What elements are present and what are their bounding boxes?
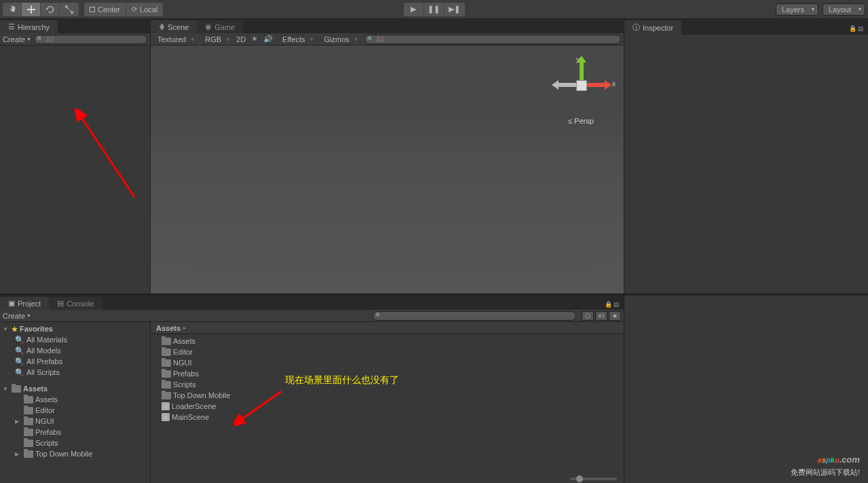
folder-item[interactable]: Top Down Mobile — [151, 390, 624, 401]
project-icon: ▣ — [8, 299, 15, 308]
scene-icon: ⋕ — [159, 22, 165, 31]
hierarchy-search[interactable] — [34, 35, 147, 44]
star-icon[interactable]: ★ — [609, 311, 621, 321]
layers-dropdown[interactable]: Layers — [776, 3, 818, 16]
search-icon: 🔍 — [15, 336, 24, 344]
project-panel: ▣Project ▤Console 🔒▤ Create ▼ ⬡ 🏷 ★ ▼★Fa… — [0, 296, 624, 483]
inspector-panel: ⓘInspector 🔒▤ — [624, 19, 868, 293]
folder-item[interactable]: Assets — [151, 336, 624, 346]
effects-dropdown[interactable]: Effects — [278, 35, 314, 44]
folder-icon — [162, 370, 171, 378]
transform-tools — [3, 3, 79, 16]
scene-item[interactable]: ◈MainScene — [151, 412, 624, 423]
scene-search[interactable] — [364, 35, 621, 44]
render-mode[interactable]: RGB — [201, 35, 231, 44]
search-icon: 🔍 — [15, 368, 24, 377]
watermark: aspku.com 免费网站源码下载站! — [791, 446, 860, 478]
info-icon: ⓘ — [633, 22, 640, 33]
folder-item[interactable]: Editor — [151, 346, 624, 357]
console-icon: ▤ — [57, 299, 64, 308]
unity-scene-icon: ◈ — [162, 402, 170, 410]
project-search[interactable] — [373, 311, 576, 321]
folder-item[interactable]: Prefabs — [151, 368, 624, 379]
assets-header[interactable]: ▼Assets — [0, 383, 150, 394]
hierarchy-tab[interactable]: ☰Hierarchy — [0, 20, 58, 33]
shading-mode[interactable]: Textured — [153, 35, 195, 44]
folder-icon — [162, 338, 171, 345]
folder-item[interactable]: Assets — [0, 394, 150, 405]
unity-scene-icon: ◈ — [162, 413, 170, 421]
folder-icon — [162, 359, 171, 367]
light-icon[interactable]: ☀ — [251, 35, 258, 43]
pause-button[interactable]: ❚❚ — [424, 3, 445, 16]
favorite-item[interactable]: 🔍All Prefabs — [0, 356, 150, 367]
folder-icon — [24, 450, 33, 458]
orientation-gizmo[interactable]: y x ≤ Persp — [556, 56, 610, 130]
asset-list[interactable]: AssetsEditorNGUIPrefabsScriptsTop Down M… — [151, 334, 624, 483]
scene-viewport[interactable]: y x ≤ Persp — [151, 46, 624, 293]
project-create[interactable]: Create ▼ — [3, 312, 31, 320]
menu-icon[interactable]: ▤ — [858, 25, 864, 32]
hierarchy-content[interactable] — [0, 46, 150, 293]
folder-icon — [162, 381, 171, 389]
scale-tool[interactable] — [60, 3, 79, 16]
folder-item[interactable]: Editor — [0, 405, 150, 416]
folder-item[interactable]: ▶Top Down Mobile — [0, 448, 150, 459]
folder-icon — [12, 385, 21, 393]
audio-icon[interactable]: 🔊 — [263, 35, 273, 43]
folder-icon — [24, 396, 33, 404]
folder-icon — [24, 429, 33, 436]
pivot-local[interactable]: ⟳Local — [126, 3, 163, 16]
pivot-center[interactable]: Center — [84, 3, 126, 16]
folder-item[interactable]: Scripts — [151, 379, 624, 390]
favorite-item[interactable]: 🔍All Models — [0, 345, 150, 356]
inspector-tab[interactable]: ⓘInspector — [624, 20, 681, 35]
folder-icon — [162, 348, 171, 356]
hand-tool[interactable] — [3, 3, 22, 16]
gizmos-dropdown[interactable]: Gizmos — [320, 35, 359, 44]
pivot-controls: Center ⟳Local — [84, 3, 163, 16]
folder-item[interactable]: NGUI — [151, 357, 624, 368]
toolbar-right: Layers Layout — [776, 3, 865, 16]
layout-dropdown[interactable]: Layout — [823, 3, 865, 16]
lock-icon[interactable]: 🔒 — [849, 25, 856, 32]
folder-icon — [24, 418, 33, 425]
scene-item[interactable]: ◈LoaderScene — [151, 401, 624, 412]
game-icon: ◉ — [205, 22, 212, 31]
axis-x-label: x — [612, 80, 616, 88]
favorite-item[interactable]: 🔍All Scripts — [0, 367, 150, 378]
hierarchy-icon: ☰ — [8, 22, 15, 31]
console-tab[interactable]: ▤Console — [49, 297, 102, 310]
label-icon[interactable]: 🏷 — [595, 311, 607, 321]
favorite-item[interactable]: 🔍All Materials — [0, 334, 150, 345]
project-tab[interactable]: ▣Project — [0, 297, 49, 310]
project-tree[interactable]: ▼★Favorites 🔍All Materials🔍All Models🔍Al… — [0, 322, 151, 483]
folder-icon — [24, 440, 33, 447]
folder-item[interactable]: Prefabs — [0, 427, 150, 437]
hierarchy-panel: ☰Hierarchy Create ▼ — [0, 19, 151, 293]
play-button[interactable]: ▶ — [404, 3, 424, 16]
zoom-slider[interactable] — [569, 478, 617, 480]
lock-icon[interactable]: 🔒 — [605, 301, 612, 308]
folder-icon — [24, 407, 33, 414]
menu-icon[interactable]: ▤ — [614, 301, 620, 308]
move-tool[interactable] — [22, 3, 41, 16]
folder-item[interactable]: Scripts — [0, 437, 150, 448]
favorites-header[interactable]: ▼★Favorites — [0, 323, 150, 334]
search-icon: 🔍 — [15, 357, 24, 366]
persp-label[interactable]: ≤ Persp — [568, 117, 594, 125]
step-button[interactable]: ▶❚ — [445, 3, 465, 16]
hierarchy-create[interactable]: Create ▼ — [3, 35, 31, 43]
main-toolbar: Center ⟳Local ▶ ❚❚ ▶❚ Layers Layout — [0, 0, 868, 19]
scene-panel: ⋕Scene ◉Game Textured RGB 2D ☀ 🔊 Effects… — [151, 19, 624, 293]
play-controls: ▶ ❚❚ ▶❚ — [404, 3, 465, 16]
folder-item[interactable]: ▶NGUI — [0, 416, 150, 427]
filter-icon[interactable]: ⬡ — [582, 311, 594, 321]
mode-2d[interactable]: 2D — [236, 35, 246, 43]
breadcrumb[interactable]: Assets▸ — [151, 322, 624, 334]
search-icon: 🔍 — [15, 346, 24, 355]
rotate-tool[interactable] — [41, 3, 60, 16]
scene-tab[interactable]: ⋕Scene — [151, 20, 197, 33]
folder-icon — [162, 392, 171, 399]
game-tab[interactable]: ◉Game — [197, 20, 243, 33]
